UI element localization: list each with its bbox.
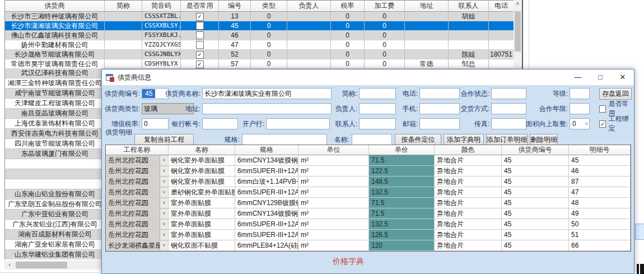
- detail-cell[interactable]: 6mmCNY129B镀膜钢化: [235, 198, 298, 208]
- cell-abbr[interactable]: [105, 50, 142, 59]
- detail-cell[interactable]: 异地合片: [435, 187, 502, 198]
- detail-cell[interactable]: m²: [298, 177, 369, 187]
- vertical-scrollbar[interactable]: ˄: [514, 0, 522, 69]
- detail-cell[interactable]: 45: [502, 230, 569, 240]
- detail-cell[interactable]: 45: [502, 208, 569, 219]
- coop-years-input[interactable]: [570, 103, 590, 114]
- detail-cell[interactable]: 钢化室外单面贴膜: [169, 155, 235, 166]
- project-combobox[interactable]: 岳州北控花园˅: [106, 177, 169, 187]
- column-header-7[interactable]: 负责人: [287, 1, 331, 12]
- detail-cell[interactable]: 6mmCNY134镀膜钢化: [235, 155, 298, 166]
- detail-cell[interactable]: 6mmSUPER-III+12A(硅...: [235, 166, 298, 177]
- common-flag-cell[interactable]: [181, 31, 219, 40]
- cell-phone[interactable]: 180751: [489, 50, 514, 59]
- supplier-list-item[interactable]: 天津耀皮工程玻璃有限公司: [5, 99, 105, 109]
- cell-fee[interactable]: 0: [365, 12, 405, 21]
- cell-fee[interactable]: 0: [365, 21, 405, 31]
- column-header-1[interactable]: 供货商: [5, 1, 105, 12]
- cell-tax[interactable]: 0: [331, 59, 365, 69]
- detail-cell[interactable]: m²: [298, 155, 369, 166]
- cell-address[interactable]: [405, 40, 449, 50]
- detail-cell[interactable]: 6mmSUPER-III+12A(硅...: [235, 230, 298, 240]
- common-flag-cell[interactable]: [181, 21, 219, 31]
- scrollbar-thumb[interactable]: [515, 11, 521, 52]
- cell-type[interactable]: 0: [251, 12, 287, 21]
- bank-no-input[interactable]: [202, 118, 238, 129]
- checkbox-icon[interactable]: [196, 13, 204, 21]
- cell-supplier[interactable]: 长沙晟格节能玻璃有限公司: [5, 50, 105, 59]
- detail-cell[interactable]: 66: [569, 240, 631, 251]
- name-filter-input[interactable]: [352, 134, 392, 146]
- cell-contact[interactable]: 邹总: [449, 59, 489, 69]
- supplier-list-item[interactable]: 西安佳吉美电力科技有限公司: [5, 129, 105, 139]
- table-row[interactable]: 长沙晟格节能玻璃有限公司CSSGJNBLYXGS52000陈姐180751: [5, 50, 514, 59]
- cell-contact[interactable]: [449, 40, 489, 50]
- table-row[interactable]: 长沙市三湘特种玻璃有限公司CSSSXTZBL..13000胡姐: [5, 12, 514, 21]
- cell-manager[interactable]: [287, 31, 331, 40]
- chevron-down-icon[interactable]: ˅: [160, 156, 168, 165]
- table-row[interactable]: 扬州中勤建材有限公司YZZQJCYXGS47000: [5, 40, 514, 50]
- column-header-11[interactable]: 联系人: [449, 1, 489, 12]
- cell-tax[interactable]: 0: [331, 50, 365, 59]
- add-dictionary-detail-button[interactable]: 添加字典明细: [444, 134, 484, 146]
- common-checkbox[interactable]: 是否常用: [599, 103, 634, 114]
- supplier-list-item[interactable]: [5, 159, 105, 169]
- supplier-list-item[interactable]: 上海优泰装饰材料有限公司: [5, 119, 105, 129]
- project-combobox[interactable]: 岳州北控花园˅: [106, 166, 169, 177]
- project-combobox[interactable]: 岳州北控花园˅: [106, 198, 169, 208]
- supplier-list-item[interactable]: 湘潭三金特种玻璃有限责任公司: [5, 78, 105, 89]
- detail-cell[interactable]: 45: [502, 166, 569, 177]
- supplier-list-item[interactable]: 山东华建铝业集团有限公司: [5, 250, 105, 259]
- project-combobox[interactable]: 岳州北控花园˅: [106, 219, 169, 230]
- checkbox-icon[interactable]: [196, 22, 204, 30]
- cell-manager[interactable]: [287, 40, 331, 50]
- dialog-titlebar[interactable]: 供货商信息 — □ ✕: [102, 69, 634, 85]
- cell-supplier[interactable]: 常德市昊宇玻璃有限责任公司: [5, 59, 105, 69]
- detail-cell[interactable]: 46: [569, 166, 631, 177]
- horizontal-scrollbar[interactable]: ‹: [4, 261, 102, 270]
- save-return-button[interactable]: 存盘返回: [599, 88, 632, 100]
- detail-cell[interactable]: 磨砂钢化室外单面贴膜: [169, 187, 235, 198]
- detail-cell[interactable]: 异地合片: [435, 219, 502, 230]
- checkbox-icon[interactable]: [196, 31, 204, 39]
- detail-cell[interactable]: 148.5: [369, 177, 435, 187]
- cell-fee[interactable]: 0: [365, 40, 405, 50]
- locate-button[interactable]: 按条件定位: [395, 134, 441, 146]
- checkbox-icon[interactable]: [196, 51, 204, 59]
- address-input[interactable]: [202, 103, 332, 114]
- detail-cell[interactable]: 45: [502, 155, 569, 166]
- cell-supplier[interactable]: 佛山市亿鑫玻璃科技有限公司: [5, 31, 105, 40]
- detail-cell[interactable]: 45: [502, 187, 569, 198]
- supplier-list-item[interactable]: 广东中亚铝业有限公司: [5, 210, 105, 220]
- cell-tax[interactable]: 0: [331, 21, 365, 31]
- cell-id[interactable]: 46: [219, 31, 251, 40]
- chevron-down-icon[interactable]: ˅: [160, 230, 168, 240]
- detail-cell[interactable]: 71.5: [369, 198, 435, 208]
- detail-cell[interactable]: 71.5: [369, 208, 435, 219]
- detail-cell[interactable]: 122.5: [369, 166, 435, 177]
- supplier-name-input[interactable]: 长沙市潇湘玻璃实业有限公司: [202, 88, 332, 99]
- chevron-down-icon[interactable]: ˅: [160, 241, 168, 250]
- detail-cell[interactable]: m²: [298, 240, 369, 251]
- cell-manager[interactable]: [287, 21, 331, 31]
- detail-row[interactable]: 岳州北控花园˅钢化室外单面贴膜6mmSUPER-III+12A(硅...m²12…: [106, 166, 631, 177]
- cell-type[interactable]: 0: [251, 59, 287, 69]
- column-header-8[interactable]: 税率: [331, 1, 365, 12]
- column-header-6[interactable]: 类型: [251, 1, 287, 12]
- table-row[interactable]: 佛山市亿鑫玻璃科技有限公司FSSYXBLKJ..46000: [5, 31, 514, 40]
- detail-cell[interactable]: m²: [298, 187, 369, 198]
- detail-cell[interactable]: 钢化室外单面贴膜: [169, 166, 235, 177]
- cell-supplier[interactable]: 扬州中勤建材有限公司: [5, 40, 105, 50]
- detail-cell[interactable]: 异地合片: [435, 240, 502, 251]
- project-combobox[interactable]: 岳州北控花园˅: [106, 208, 169, 219]
- cell-manager[interactable]: [287, 59, 331, 69]
- detail-cell[interactable]: 45: [502, 177, 569, 187]
- detail-cell[interactable]: 室外单面贴膜: [169, 230, 235, 240]
- round-up-combobox[interactable]: 0˅: [570, 118, 590, 129]
- cell-fee[interactable]: 0: [365, 50, 405, 59]
- cell-code[interactable]: YZZQJCYXGS: [142, 40, 181, 50]
- detail-cell[interactable]: 钢化室外单面贴膜: [169, 177, 235, 187]
- cell-abbr[interactable]: [105, 12, 142, 21]
- cell-fee[interactable]: 0: [365, 31, 405, 40]
- copy-project-button[interactable]: 复制当前工程: [134, 134, 194, 146]
